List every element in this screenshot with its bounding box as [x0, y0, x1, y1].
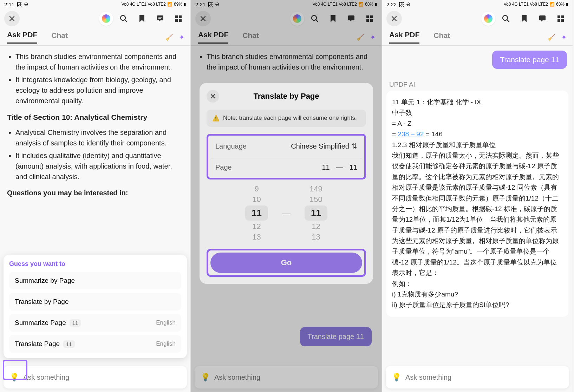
svg-rect-21	[557, 19, 560, 22]
svg-rect-6	[179, 15, 182, 18]
signal-text: Vo8 4G LTE1 Vo8 LTE2	[504, 2, 548, 7]
ai-message: 11 单元 1：化学基础 化学 - IX 中子数 = A - Z = 238 –…	[386, 91, 568, 317]
status-bar: 2:11 🖼 ⊖ Vo8 4G LTE1 Vo8 LTE2 📶 69% ▮	[0, 0, 190, 8]
svg-rect-2	[157, 15, 163, 20]
page-badge: 11	[63, 340, 75, 348]
svg-rect-5	[175, 15, 178, 18]
comment-button[interactable]	[152, 11, 168, 26]
tab-chat[interactable]: Chat	[433, 31, 450, 43]
battery-icon: ▮	[566, 2, 568, 7]
svg-rect-22	[561, 19, 564, 22]
translate-modal: Translate by Page ⚠️ Note: translate eac…	[200, 83, 373, 284]
guess-label: Summarize by Page	[15, 277, 75, 285]
bullet-item: It integrates knowledge from biology, ge…	[15, 74, 183, 106]
search-button[interactable]	[116, 11, 131, 26]
status-bar: 2:22 🖼 ⊖ Vo8 4G LTE1 Vo8 LTE2 📶 68% ▮	[382, 0, 573, 8]
svg-rect-19	[557, 15, 560, 18]
modal-close-button[interactable]	[207, 90, 219, 103]
bookmark-button[interactable]	[516, 11, 532, 26]
highlight-box	[3, 360, 27, 380]
top-bar	[382, 8, 573, 29]
signal-bars-icon: 📶	[167, 2, 172, 7]
guess-label: Translate by Page	[15, 298, 69, 306]
guess-label: Translate Page	[15, 340, 60, 348]
tab-ask-pdf[interactable]: Ask PDF	[389, 31, 419, 44]
tab-ask-pdf[interactable]: Ask PDF	[7, 31, 37, 44]
go-highlight: Go	[207, 249, 366, 277]
page-from: 11	[322, 163, 330, 171]
guess-item-summarize-page[interactable]: Summarize Page 11 English	[9, 314, 181, 332]
guess-panel: Guess you want to Summarize by Page Tran…	[4, 255, 187, 358]
dnd-icon: ⊖	[406, 1, 411, 7]
page-to: 11	[350, 163, 357, 171]
picker-to[interactable]: 149 150 11 12 13	[305, 184, 327, 242]
bulb-icon[interactable]: 💡	[391, 372, 401, 382]
guess-label: Summarize Page	[15, 319, 66, 327]
svg-rect-7	[175, 19, 178, 22]
screen-translate-modal: 2:21 🖼 ⊖ Vo8 4G LTE1 Vo8 LTE2 📶 68% ▮	[191, 0, 382, 392]
signal-text: Vo8 4G LTE1 Vo8 LTE2	[122, 2, 166, 7]
note-text: Note: translate each page will consume o…	[223, 115, 357, 122]
svg-line-17	[507, 20, 509, 22]
warning-icon: ⚠️	[212, 115, 220, 122]
tabs: Ask PDF Chat 🧹 ✦	[0, 29, 190, 46]
svg-line-1	[125, 20, 127, 22]
language-label: English	[156, 340, 176, 347]
bullet-item: This branch studies environmental compon…	[15, 51, 183, 72]
modal-note: ⚠️ Note: translate each page will consum…	[207, 110, 366, 127]
app-logo[interactable]	[481, 12, 495, 26]
screen-ask-pdf: 2:11 🖼 ⊖ Vo8 4G LTE1 Vo8 LTE2 📶 69% ▮	[0, 0, 191, 392]
battery-icon: ▮	[184, 2, 186, 7]
page-picker[interactable]: 9 10 11 12 13 — 149 150 11 12 13	[207, 184, 366, 242]
language-field[interactable]: Language Chinese Simplified ⇅	[210, 137, 363, 155]
clock: 2:22	[386, 1, 397, 7]
dnd-icon: ⊖	[24, 1, 28, 7]
updown-icon: ⇅	[351, 142, 357, 150]
top-bar	[0, 8, 190, 29]
svg-rect-18	[539, 15, 546, 20]
image-icon: 🖼	[399, 1, 404, 7]
bookmark-button[interactable]	[134, 11, 150, 26]
broom-icon[interactable]: 🧹	[548, 33, 555, 41]
calc-link[interactable]: 238 – 92	[398, 130, 424, 138]
modal-title: Translate by Page	[219, 92, 353, 101]
image-icon: 🖼	[17, 1, 22, 7]
comment-button[interactable]	[535, 11, 550, 26]
page-field[interactable]: Page 11 — 11	[210, 158, 363, 176]
user-message: Translate page 11	[492, 51, 567, 69]
battery-text: 69%	[174, 2, 182, 7]
sparkle-icon[interactable]: ✦	[179, 33, 185, 41]
ask-input-bar: 💡	[4, 366, 187, 388]
sparkle-icon[interactable]: ✦	[561, 33, 567, 41]
signal-bars-icon: 📶	[549, 2, 555, 7]
grid-button[interactable]	[553, 11, 568, 26]
chat-content: This branch studies environmental compon…	[0, 46, 190, 204]
guess-item-translate-page[interactable]: Translate Page 11 English	[9, 335, 181, 353]
picker-from[interactable]: 9 10 11 12 13	[245, 184, 268, 242]
bullet-item: Analytical Chemistry involves the separa…	[15, 127, 183, 148]
close-button[interactable]	[4, 11, 20, 26]
picker-dash: —	[282, 208, 291, 218]
guess-item-translate-by-page[interactable]: Translate by Page	[9, 293, 181, 311]
grid-button[interactable]	[171, 11, 186, 26]
broom-icon[interactable]: 🧹	[165, 33, 173, 41]
search-button[interactable]	[498, 11, 514, 26]
chat-area: Translate page 11 UPDF AI 11 单元 1：化学基础 化…	[382, 46, 573, 317]
svg-rect-8	[179, 19, 182, 22]
tab-chat[interactable]: Chat	[51, 31, 68, 43]
tabs: Ask PDF Chat 🧹 ✦	[382, 29, 573, 46]
ask-input[interactable]	[405, 373, 563, 381]
guess-item-summarize-by-page[interactable]: Summarize by Page	[9, 272, 181, 289]
field-label: Page	[215, 163, 232, 171]
guess-title: Guess you want to	[9, 260, 181, 268]
battery-text: 68%	[556, 2, 565, 7]
app-logo[interactable]	[99, 12, 113, 26]
ask-input[interactable]	[23, 373, 181, 381]
close-button[interactable]	[386, 11, 402, 26]
bullet-item: It includes qualitative (identity) and q…	[15, 150, 183, 182]
language-label: English	[156, 319, 176, 326]
section-title: Title of Section 10: Analytical Chemistr…	[7, 112, 183, 123]
fields-highlight: Language Chinese Simplified ⇅ Page 11 — …	[207, 134, 366, 179]
go-button[interactable]: Go	[210, 253, 362, 273]
screen-result: 2:22 🖼 ⊖ Vo8 4G LTE1 Vo8 LTE2 📶 68% ▮	[382, 0, 573, 392]
